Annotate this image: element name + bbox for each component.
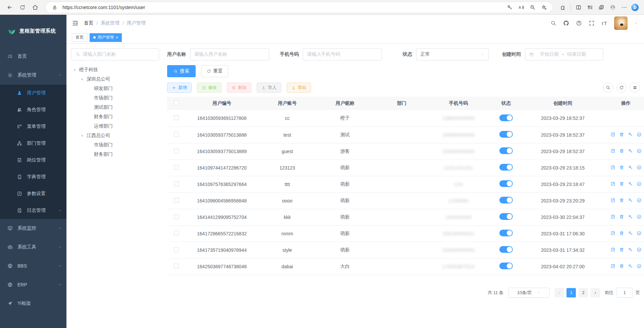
row-checkbox[interactable] [174, 181, 179, 186]
sidebar-item-dict[interactable]: 字典管理 [0, 169, 66, 185]
reset-password-icon[interactable] [628, 214, 633, 219]
import-button[interactable]: 导入 [257, 83, 281, 93]
search-icon[interactable] [550, 20, 556, 26]
sidebar-item-dept[interactable]: 部门管理 [0, 135, 66, 152]
tree-node[interactable]: 财务部门 [71, 112, 159, 122]
reset-password-icon[interactable] [628, 132, 633, 137]
delete-icon[interactable] [619, 198, 624, 203]
status-toggle[interactable] [499, 197, 513, 203]
chevron-down-icon[interactable] [634, 21, 638, 25]
row-checkbox[interactable] [174, 132, 179, 137]
reset-password-icon[interactable] [628, 198, 633, 203]
reset-password-icon[interactable] [628, 231, 633, 236]
select-all-checkbox[interactable] [174, 100, 179, 105]
sidebar-item-home[interactable]: 首页 [0, 47, 66, 66]
tree-node[interactable]: 市场部门 [71, 93, 159, 103]
user-avatar[interactable] [614, 16, 628, 30]
show-search-button[interactable] [603, 83, 613, 93]
sidebar-item-menu[interactable]: 菜单管理 [0, 118, 66, 135]
assign-role-icon[interactable] [637, 165, 642, 170]
home-icon[interactable] [30, 2, 40, 12]
reset-password-icon[interactable] [628, 247, 633, 252]
delete-button[interactable]: 删除 [227, 83, 251, 93]
edit-icon[interactable] [610, 165, 615, 170]
delete-icon[interactable] [619, 132, 624, 137]
row-checkbox[interactable] [174, 165, 179, 170]
delete-icon[interactable] [619, 231, 624, 236]
back-icon[interactable] [5, 2, 15, 12]
prev-page-button[interactable]: ‹ [554, 288, 564, 297]
edit-icon[interactable] [610, 198, 615, 203]
delete-icon[interactable] [619, 165, 624, 170]
tree-node[interactable]: ▾橙子科技 [71, 65, 159, 75]
sidebar-item-system[interactable]: 系统管理 [0, 66, 66, 85]
tab-user-management[interactable]: 用户管理 × [90, 33, 122, 42]
status-toggle[interactable] [499, 246, 513, 253]
edit-icon[interactable] [610, 148, 615, 153]
reset-password-icon[interactable] [628, 181, 633, 186]
edit-icon[interactable] [610, 231, 615, 236]
row-checkbox[interactable] [174, 264, 179, 269]
favorites-list-icon[interactable] [585, 2, 595, 12]
sidebar-item-bbs[interactable]: BBS [0, 256, 66, 275]
row-checkbox[interactable] [174, 148, 179, 153]
delete-icon[interactable] [619, 264, 624, 269]
assign-role-icon[interactable] [637, 264, 642, 269]
reset-password-icon[interactable] [628, 264, 633, 269]
row-checkbox[interactable] [174, 231, 179, 236]
phone-input[interactable]: 请输入手机号码 [303, 48, 382, 60]
reset-button[interactable]: 重置 [201, 65, 228, 77]
edit-icon[interactable] [610, 264, 615, 269]
sidebar-item-tool[interactable]: 系统工具 [0, 238, 66, 256]
refresh-table-button[interactable] [616, 83, 627, 93]
sidebar-item-yi[interactable]: Yi框架 [0, 294, 66, 313]
status-toggle[interactable] [499, 180, 513, 187]
assign-role-icon[interactable] [637, 198, 642, 203]
row-checkbox[interactable] [174, 198, 179, 203]
tree-node[interactable]: 研发部门 [71, 84, 159, 93]
delete-icon[interactable] [619, 181, 624, 186]
tree-node[interactable]: 运维部门 [71, 122, 159, 131]
row-checkbox[interactable] [174, 214, 179, 219]
date-range-picker[interactable]: 开始日期 - 结束日期 [525, 48, 603, 60]
status-select[interactable]: 正常 [416, 48, 489, 60]
help-icon[interactable] [576, 20, 582, 26]
username-input[interactable]: 请输入用户名称 [190, 48, 269, 60]
edit-icon[interactable] [610, 132, 615, 137]
more-icon[interactable] [619, 2, 629, 12]
breadcrumb-system[interactable]: 系统管理 [101, 20, 119, 26]
status-toggle[interactable] [499, 147, 513, 154]
sidebar-fold-icon[interactable] [72, 20, 79, 27]
profile-icon[interactable] [608, 2, 618, 12]
github-icon[interactable] [563, 20, 569, 26]
page-button-1[interactable]: 1 [566, 288, 576, 297]
tree-node[interactable]: 市场部门 [71, 140, 159, 150]
status-toggle[interactable] [499, 213, 513, 220]
edit-icon[interactable] [610, 181, 615, 186]
favorite-add-icon[interactable] [539, 2, 549, 12]
row-checkbox[interactable] [174, 115, 179, 120]
tree-node[interactable]: 财务部门 [71, 150, 159, 159]
page-size-select[interactable]: 10条/页 [508, 288, 550, 298]
address-bar[interactable]: https://ccnetcore.com:1101/system/user A [46, 2, 552, 13]
sidebar-item-monitor[interactable]: 系统监控 [0, 219, 66, 238]
tree-node[interactable]: 测试部门 [71, 103, 159, 112]
split-screen-icon[interactable] [574, 2, 584, 12]
tab-close-icon[interactable]: × [116, 35, 118, 40]
column-settings-button[interactable] [630, 83, 640, 93]
export-button[interactable]: 导出 [287, 83, 311, 93]
status-toggle[interactable] [499, 164, 513, 171]
assign-role-icon[interactable] [637, 132, 642, 137]
dept-search-input[interactable]: 请输入部门名称 [71, 48, 159, 60]
zoom-out-icon[interactable] [528, 2, 538, 12]
delete-icon[interactable] [619, 148, 624, 153]
search-button[interactable]: 搜索 [167, 65, 196, 77]
tree-node[interactable]: ▾深圳总公司 [71, 75, 159, 84]
breadcrumb-home[interactable]: 首页 [84, 20, 93, 26]
key-icon[interactable] [505, 2, 515, 12]
url-text[interactable]: https://ccnetcore.com:1101/system/user [62, 5, 505, 10]
assign-role-icon[interactable] [637, 247, 642, 252]
sidebar-item-role[interactable]: 角色管理 [0, 101, 66, 118]
status-toggle[interactable] [499, 230, 513, 236]
sidebar-item-erp[interactable]: ERP [0, 275, 66, 294]
